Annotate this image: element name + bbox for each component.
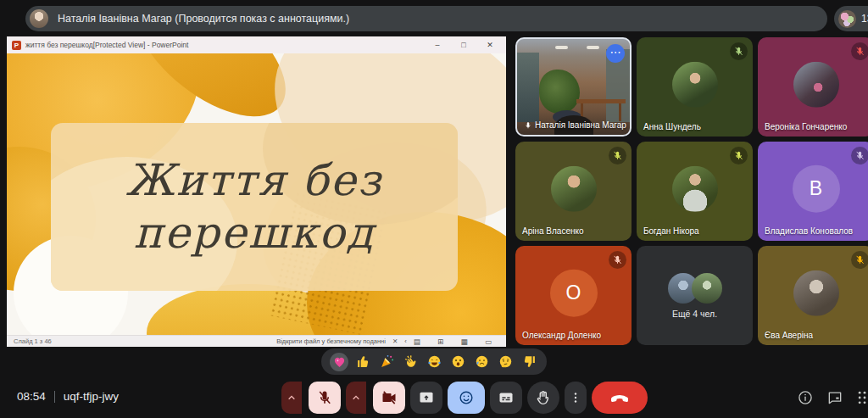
overflow-count-label: Ещё 4 чел. — [672, 309, 717, 319]
slide-title-panel: Життя без перешкод — [51, 123, 458, 291]
video-scene-window — [517, 53, 539, 122]
captions-button[interactable] — [490, 382, 522, 414]
reaction-thumbs-down-icon[interactable] — [520, 353, 538, 371]
reaction-sparkling-heart-icon[interactable] — [330, 353, 348, 371]
participant-tile[interactable]: Єва Аверіна — [758, 246, 868, 345]
presenter-banner-text: Наталія Іванівна Магар (Проводится показ… — [58, 13, 349, 25]
tile-more-options-icon[interactable]: ⋯ — [606, 44, 625, 63]
reaction-bar — [321, 348, 547, 375]
participant-name: Наталія Іванівна Магар — [535, 120, 626, 130]
present-screen-button[interactable] — [410, 382, 442, 414]
reaction-party-popper-icon[interactable] — [377, 353, 396, 371]
mic-off-icon — [851, 42, 868, 60]
slide-title-line1: Життя без — [126, 154, 383, 207]
meeting-details-info-icon[interactable] — [797, 389, 814, 406]
participant-count-pill[interactable]: 13 — [834, 6, 868, 31]
mic-on-icon — [524, 121, 532, 130]
view-buttons-icons: ▤ ⊞ ▦ ▭ — [414, 337, 499, 346]
participant-tile-presenter[interactable]: ⋯ Наталія Іванівна Магар — [515, 37, 632, 137]
bottom-right-icons — [797, 389, 868, 406]
avatar — [793, 270, 839, 315]
participant-tile[interactable]: Вероніка Гончаренко — [758, 37, 868, 137]
reaction-thumbs-up-icon[interactable] — [353, 353, 372, 371]
avatar-letter: В — [793, 164, 840, 212]
mic-off-icon — [730, 147, 748, 164]
participant-name: Аріна Власенко — [522, 226, 584, 236]
activities-grid-icon[interactable] — [856, 389, 868, 406]
slide-title-line2: перешкод — [134, 207, 375, 259]
mic-options-chevron-icon[interactable] — [281, 382, 302, 414]
meeting-code: uqf-tfjp-jwy — [64, 390, 119, 403]
slide-canvas: Життя без перешкод — [7, 53, 506, 335]
mic-off-icon — [851, 147, 868, 164]
participant-tile[interactable]: Богдан Нікора — [637, 142, 753, 241]
close-icon: ✕ — [479, 41, 501, 49]
dismiss-message-icon: ✕ — [392, 337, 398, 345]
presenter-banner: Наталія Іванівна Магар (Проводится показ… — [25, 6, 827, 31]
powerpoint-icon: P — [12, 41, 21, 50]
end-call-button[interactable] — [592, 382, 648, 414]
reaction-clapping-hands-icon[interactable] — [401, 353, 420, 371]
avatar — [551, 165, 597, 211]
powerpoint-window-title: життя без перешкод[Protected View] - Pow… — [25, 41, 188, 49]
participant-name: Вероніка Гончаренко — [765, 122, 847, 131]
divider — [54, 391, 55, 403]
video-scene-light — [555, 46, 568, 49]
presentation-tile[interactable]: P життя без перешкод[Protected View] - P… — [7, 36, 506, 347]
slide-counter: Слайд 1 з 46 — [14, 337, 52, 345]
avatar — [672, 61, 718, 107]
call-controls — [281, 382, 648, 414]
maximize-icon: □ — [453, 41, 475, 49]
meeting-meta: 08:54 uqf-tfjp-jwy — [17, 390, 119, 403]
participant-tile[interactable]: Аріна Власенко — [515, 142, 632, 241]
more-options-button[interactable] — [565, 382, 587, 414]
reaction-thinking-icon[interactable] — [496, 353, 515, 371]
participant-tile[interactable]: Анна Шундель — [637, 37, 753, 137]
collapse-icon: ‹ — [404, 337, 407, 345]
participant-name-row: Наталія Іванівна Магар — [524, 120, 626, 130]
reactions-button[interactable] — [448, 382, 485, 414]
mic-off-icon — [851, 251, 868, 269]
avatar — [672, 165, 718, 211]
reaction-astonished-icon[interactable] — [448, 353, 467, 371]
participant-count: 13 — [861, 13, 868, 25]
participant-tile[interactable]: В Владислав Коновалов — [758, 142, 868, 241]
clock-time: 08:54 — [17, 390, 46, 403]
participant-name: Владислав Коновалов — [765, 226, 853, 236]
minimize-icon: – — [426, 41, 448, 49]
reaction-crying-icon[interactable] — [472, 353, 491, 371]
participant-count-avatar — [838, 10, 856, 28]
avatar-letter: О — [550, 269, 598, 316]
participant-tile-overflow[interactable]: Ещё 4 чел. — [637, 246, 753, 345]
raise-hand-button[interactable] — [527, 382, 559, 414]
powerpoint-titlebar: P життя без перешкод[Protected View] - P… — [7, 36, 506, 53]
avatar — [793, 61, 839, 107]
presenter-avatar — [30, 9, 48, 28]
participant-grid: ⋯ Наталія Іванівна Магар Анна Шундель Ве… — [515, 37, 868, 345]
avatar — [692, 273, 722, 304]
protected-view-message: Відкрити файл у безпечному поданні — [276, 337, 386, 345]
reaction-joy-icon[interactable] — [425, 353, 443, 371]
camera-options-chevron-icon[interactable] — [346, 382, 366, 414]
participant-name: Анна Шундель — [643, 122, 701, 131]
participant-name: Олександр Доленко — [522, 331, 601, 340]
mic-off-button[interactable] — [309, 382, 341, 414]
participant-tile[interactable]: О Олександр Доленко — [515, 246, 632, 345]
gold-blob-shape — [147, 284, 350, 335]
chat-icon[interactable] — [826, 389, 843, 406]
meet-window: Наталія Іванівна Магар (Проводится показ… — [0, 0, 868, 418]
video-scene-plant — [539, 70, 580, 114]
participant-name: Єва Аверіна — [765, 331, 813, 340]
participant-name: Богдан Нікора — [643, 226, 699, 236]
mic-off-icon — [730, 42, 748, 60]
mic-off-icon — [609, 147, 626, 164]
mic-off-icon — [609, 251, 626, 269]
camera-off-button[interactable] — [373, 382, 405, 414]
video-scene-light — [587, 46, 599, 49]
powerpoint-statusbar: Слайд 1 з 46 Відкрити файл у безпечному … — [7, 335, 506, 347]
